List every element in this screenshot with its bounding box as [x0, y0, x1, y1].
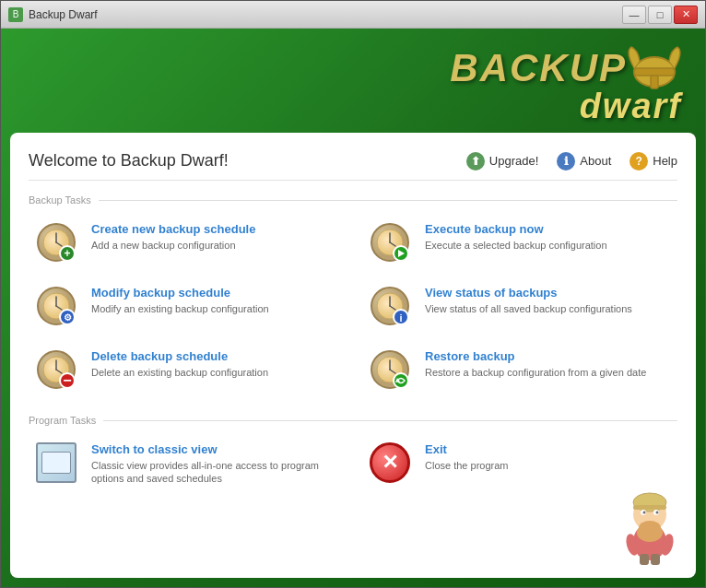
create-backup-text: Create new backup schedule Add a new bac… [91, 222, 255, 252]
logo-backup-text: BACKUP [450, 49, 627, 88]
classic-view-task[interactable]: Switch to classic view Classic view prov… [29, 435, 344, 494]
minimize-button[interactable]: — [622, 6, 646, 24]
upgrade-label: Upgrade! [489, 154, 538, 168]
about-label: About [580, 154, 611, 168]
logo-area: BACKUP dwarf [10, 38, 696, 133]
main-area: BACKUP dwarf [1, 29, 705, 587]
create-backup-clock-icon: + [36, 222, 76, 263]
restore-backup-task[interactable]: Restore backup Restore a backup configur… [362, 342, 677, 401]
exit-text: Exit Close the program [425, 442, 509, 472]
view-status-icon-wrap: i [370, 286, 414, 330]
dwarf-character [618, 482, 682, 569]
watermark: DownloadSoft.net [295, 566, 412, 580]
app-icon: B [8, 7, 23, 22]
svg-text:+: + [64, 247, 70, 260]
helmet-icon [627, 42, 682, 93]
help-label: Help [653, 154, 677, 168]
backup-tasks-grid: + Create new backup schedule Add a new b… [29, 215, 677, 401]
help-icon: ? [630, 152, 648, 171]
modify-backup-icon-wrap: ⚙ [36, 286, 80, 330]
delete-backup-icon-wrap: − [36, 349, 80, 394]
program-tasks-grid: Switch to classic view Classic view prov… [29, 435, 677, 494]
upgrade-icon: ⬆ [466, 152, 485, 171]
classic-view-title: Switch to classic view [91, 442, 336, 456]
logo-dwarf-text: dwarf [450, 88, 682, 123]
svg-rect-1 [634, 68, 675, 76]
upgrade-nav-item[interactable]: ⬆ Upgrade! [466, 152, 538, 171]
header-nav: ⬆ Upgrade! ℹ About ? Help [466, 152, 677, 171]
create-backup-task[interactable]: + Create new backup schedule Add a new b… [29, 215, 344, 274]
svg-rect-52 [651, 554, 660, 565]
classic-view-icon [36, 442, 76, 483]
window-controls: — □ ✕ [622, 6, 698, 24]
svg-rect-43 [633, 505, 666, 510]
execute-backup-text: Execute backup now Execute a selected ba… [425, 222, 607, 252]
modify-backup-clock-icon: ⚙ [36, 286, 76, 326]
view-status-text: View status of backups View status of al… [425, 286, 632, 315]
about-icon: ℹ [557, 152, 575, 171]
svg-point-46 [643, 512, 646, 514]
execute-backup-task[interactable]: Execute backup now Execute a selected ba… [362, 215, 677, 274]
svg-text:i: i [399, 312, 402, 323]
svg-text:⚙: ⚙ [64, 312, 72, 323]
exit-icon-wrap: ✕ [370, 442, 414, 487]
execute-backup-desc: Execute a selected backup configuration [425, 239, 607, 252]
help-nav-item[interactable]: ? Help [630, 152, 677, 171]
modify-backup-title: Modify backup schedule [91, 286, 269, 300]
classic-view-desc: Classic view provides all-in-one access … [91, 459, 336, 486]
exit-desc: Close the program [425, 459, 509, 472]
main-window: B Backup Dwarf — □ ✕ BACKUP [0, 0, 706, 588]
create-backup-title: Create new backup schedule [91, 222, 255, 236]
exit-title: Exit [425, 442, 509, 456]
modify-backup-desc: Modify an existing backup configuration [91, 302, 269, 315]
modify-backup-task[interactable]: ⚙ Modify backup schedule Modify an exist… [29, 278, 344, 337]
view-status-title: View status of backups [425, 286, 632, 300]
view-status-task[interactable]: i View status of backups View status of … [362, 278, 677, 337]
svg-text:−: − [63, 372, 71, 388]
logo: BACKUP dwarf [450, 42, 682, 123]
about-nav-item[interactable]: ℹ About [557, 152, 611, 171]
restore-backup-text: Restore backup Restore a backup configur… [425, 349, 646, 379]
create-backup-icon-wrap: + [36, 222, 80, 266]
classic-view-icon-wrap [36, 442, 80, 487]
execute-backup-title: Execute backup now [425, 222, 607, 236]
backup-tasks-section-label: Backup Tasks [29, 194, 677, 206]
restore-backup-clock-icon [370, 349, 410, 390]
delete-backup-task[interactable]: − Delete backup schedule Delete an exist… [29, 342, 344, 401]
view-status-clock-icon: i [370, 286, 410, 326]
content-panel: Welcome to Backup Dwarf! ⬆ Upgrade! ℹ Ab… [10, 133, 696, 578]
exit-icon: ✕ [370, 442, 410, 483]
svg-point-48 [639, 521, 661, 535]
delete-backup-desc: Delete an existing backup configuration [91, 366, 268, 379]
maximize-button[interactable]: □ [648, 6, 672, 24]
view-status-desc: View status of all saved backup configur… [425, 302, 632, 315]
svg-point-37 [394, 373, 408, 388]
restore-backup-icon-wrap [370, 349, 414, 394]
window-title: Backup Dwarf [29, 8, 622, 21]
svg-rect-51 [640, 554, 649, 565]
delete-backup-clock-icon: − [36, 349, 76, 390]
svg-point-47 [656, 512, 659, 514]
dwarf-character-svg [618, 482, 682, 565]
create-backup-desc: Add a new backup configuration [91, 239, 255, 252]
execute-backup-icon-wrap [370, 222, 414, 266]
title-bar: B Backup Dwarf — □ ✕ [1, 1, 705, 29]
restore-backup-desc: Restore a backup configuration from a gi… [425, 366, 646, 379]
panel-title: Welcome to Backup Dwarf! [29, 151, 466, 171]
delete-backup-text: Delete backup schedule Delete an existin… [91, 349, 268, 379]
delete-backup-title: Delete backup schedule [91, 349, 268, 363]
restore-backup-title: Restore backup [425, 349, 646, 363]
close-button[interactable]: ✕ [674, 6, 698, 24]
classic-view-text: Switch to classic view Classic view prov… [91, 442, 336, 486]
program-tasks-section-label: Program Tasks [29, 415, 677, 426]
execute-backup-clock-icon [370, 222, 410, 263]
panel-header: Welcome to Backup Dwarf! ⬆ Upgrade! ℹ Ab… [29, 151, 677, 181]
modify-backup-text: Modify backup schedule Modify an existin… [91, 286, 269, 315]
